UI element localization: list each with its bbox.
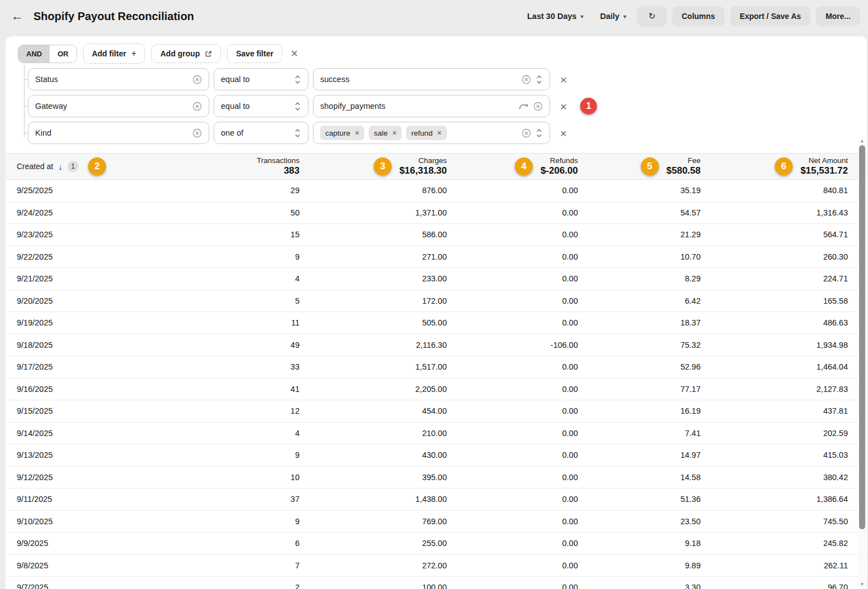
clear-value-icon[interactable] bbox=[533, 102, 543, 111]
annotation-badge-4: 4 bbox=[515, 157, 533, 175]
save-filter-button[interactable]: Save filter bbox=[227, 44, 282, 63]
kind-chip[interactable]: refund × bbox=[406, 126, 446, 140]
redo-icon[interactable] bbox=[518, 102, 529, 110]
cell-refunds: 0.00 bbox=[447, 208, 578, 217]
add-filter-label: Add filter bbox=[92, 49, 126, 58]
vertical-scrollbar[interactable]: ▲ ▼ bbox=[858, 137, 866, 589]
cell-fee: 16.19 bbox=[578, 406, 701, 415]
columns-button[interactable]: Columns bbox=[672, 6, 725, 26]
cell-refunds: -106.00 bbox=[447, 341, 578, 349]
clear-filters-icon[interactable]: × bbox=[291, 47, 298, 60]
table-row[interactable]: 9/22/2025 9 271.00 0.00 10.70 260.30 bbox=[6, 246, 867, 269]
add-group-button[interactable]: Add group bbox=[151, 44, 221, 63]
kind-chip[interactable]: capture × bbox=[320, 126, 364, 140]
export-save-as-button[interactable]: Export / Save As bbox=[730, 6, 811, 26]
value-label: shopify_payments bbox=[320, 102, 514, 111]
column-total: $580.58 bbox=[667, 165, 701, 176]
table-row[interactable]: 9/21/2025 4 233.00 0.00 8.29 224.71 bbox=[6, 268, 867, 290]
cell-transactions: 5 bbox=[162, 296, 300, 305]
cell-date: 9/23/2025 bbox=[6, 230, 162, 239]
table-row[interactable]: 9/12/2025 10 395.00 0.00 14.58 380.42 bbox=[6, 467, 867, 489]
logic-or-toggle[interactable]: OR bbox=[50, 45, 76, 63]
column-header-created-at[interactable]: Created at ↓ 1 2 bbox=[6, 157, 162, 175]
cell-charges: 255.00 bbox=[300, 539, 447, 548]
table-row[interactable]: 9/17/2025 33 1,517.00 0.00 52.96 1,464.0… bbox=[6, 356, 867, 379]
field-select[interactable]: Gateway bbox=[28, 95, 209, 117]
cell-transactions: 12 bbox=[162, 406, 300, 415]
scroll-down-icon[interactable]: ▼ bbox=[858, 582, 866, 587]
more-button[interactable]: More... bbox=[816, 6, 860, 26]
column-header-fee[interactable]: 5 Fee $580.58 bbox=[578, 156, 701, 176]
value-input[interactable]: shopify_payments bbox=[313, 95, 550, 117]
value-select[interactable]: success bbox=[313, 68, 550, 90]
operator-select[interactable]: one of bbox=[214, 122, 308, 144]
date-range-dropdown[interactable]: Last 30 Days ▾ bbox=[522, 8, 589, 24]
scroll-up-icon[interactable]: ▲ bbox=[858, 138, 866, 143]
back-arrow-icon[interactable]: ← bbox=[8, 10, 27, 22]
cell-transactions: 6 bbox=[162, 539, 300, 548]
chip-remove-icon[interactable]: × bbox=[392, 128, 397, 137]
field-select[interactable]: Status bbox=[28, 68, 209, 90]
cell-refunds: 0.00 bbox=[447, 252, 578, 261]
cell-refunds: 0.00 bbox=[447, 406, 578, 415]
up-down-chevrons-icon bbox=[536, 75, 543, 84]
cell-refunds: 0.00 bbox=[447, 318, 578, 327]
field-select[interactable]: Kind bbox=[28, 122, 209, 144]
cell-charges: 1,517.00 bbox=[300, 362, 447, 371]
table-row[interactable]: 9/20/2025 5 172.00 0.00 6.42 165.58 bbox=[6, 290, 867, 313]
remove-filter-icon[interactable]: × bbox=[560, 74, 567, 85]
cell-fee: 7.41 bbox=[578, 429, 701, 438]
clear-value-icon[interactable] bbox=[522, 128, 531, 138]
table-row[interactable]: 9/9/2025 6 255.00 0.00 9.18 245.82 bbox=[6, 533, 867, 555]
remove-filter-icon[interactable]: × bbox=[560, 127, 567, 139]
cell-date: 9/14/2025 bbox=[6, 429, 162, 438]
refresh-button[interactable]: ↻ bbox=[637, 6, 667, 27]
table-row[interactable]: 9/10/2025 9 769.00 0.00 23.50 745.50 bbox=[6, 511, 867, 533]
table-row[interactable]: 9/11/2025 37 1,438.00 0.00 51.36 1,386.6… bbox=[6, 489, 867, 511]
report-card: AND OR Add filter + Add group Save filte… bbox=[6, 36, 867, 589]
field-label: Gateway bbox=[35, 102, 188, 111]
clear-field-icon[interactable] bbox=[192, 128, 202, 138]
value-multiselect[interactable]: capture × sale × refund × bbox=[313, 122, 550, 144]
granularity-dropdown[interactable]: Daily ▾ bbox=[595, 8, 632, 24]
table-row[interactable]: 9/16/2025 41 2,205.00 0.00 77.17 2,127.8… bbox=[6, 379, 867, 401]
table-row[interactable]: 9/8/2025 7 272.00 0.00 9.89 262.11 bbox=[6, 555, 867, 577]
operator-select[interactable]: equal to bbox=[214, 95, 308, 117]
cell-charges: 2,116.30 bbox=[300, 341, 447, 349]
table-row[interactable]: 9/13/2025 9 430.00 0.00 14.97 415.03 bbox=[6, 444, 867, 467]
table-row[interactable]: 9/19/2025 11 505.00 0.00 18.37 486.63 bbox=[6, 312, 867, 334]
plus-icon: + bbox=[131, 49, 136, 59]
column-header-charges[interactable]: 3 Charges $16,318.30 bbox=[300, 156, 447, 176]
chip-remove-icon[interactable]: × bbox=[437, 128, 441, 137]
table-row[interactable]: 9/24/2025 50 1,371.00 0.00 54.57 1,316.4… bbox=[6, 202, 867, 224]
table-row[interactable]: 9/15/2025 12 454.00 0.00 16.19 437.81 bbox=[6, 400, 867, 423]
column-header-net-amount[interactable]: 6 Net Amount $15,531.72 bbox=[701, 156, 848, 176]
column-header-refunds[interactable]: 4 Refunds $-206.00 bbox=[447, 156, 578, 176]
cell-charges: 100.00 bbox=[300, 583, 447, 589]
table-row[interactable]: 9/25/2025 29 876.00 0.00 35.19 840.81 bbox=[6, 180, 867, 202]
cell-fee: 18.37 bbox=[578, 318, 701, 327]
logic-and-toggle[interactable]: AND bbox=[18, 45, 50, 63]
operator-select[interactable]: equal to bbox=[214, 68, 308, 90]
remove-filter-icon[interactable]: × bbox=[560, 100, 567, 112]
table-body: 9/25/2025 29 876.00 0.00 35.19 840.81 9/… bbox=[6, 180, 867, 589]
cell-date: 9/18/2025 bbox=[6, 341, 162, 349]
table-row[interactable]: 9/23/2025 15 586.00 0.00 21.29 564.71 bbox=[6, 224, 867, 246]
add-filter-button[interactable]: Add filter + bbox=[83, 44, 146, 64]
chip-remove-icon[interactable]: × bbox=[355, 128, 359, 137]
scrollbar-thumb[interactable] bbox=[859, 145, 865, 529]
clear-field-icon[interactable] bbox=[192, 102, 202, 111]
clear-field-icon[interactable] bbox=[192, 75, 202, 84]
table-row[interactable]: 9/7/2025 2 100.00 0.00 3.30 96.70 bbox=[6, 577, 867, 589]
page-title: Shopify Payout Reconciliation bbox=[33, 10, 194, 23]
column-header-transactions[interactable]: Transactions 383 bbox=[162, 156, 300, 176]
cell-transactions: 15 bbox=[162, 230, 300, 239]
table-row[interactable]: 9/14/2025 4 210.00 0.00 7.41 202.59 bbox=[6, 423, 867, 445]
table-row[interactable]: 9/18/2025 49 2,116.30 -106.00 75.32 1,93… bbox=[6, 334, 867, 357]
cell-net-amount: 437.81 bbox=[701, 406, 848, 415]
kind-chip[interactable]: sale × bbox=[369, 126, 402, 140]
cell-date: 9/11/2025 bbox=[6, 495, 162, 504]
clear-value-icon[interactable] bbox=[522, 75, 531, 84]
cell-transactions: 2 bbox=[162, 583, 300, 589]
cell-charges: 272.00 bbox=[300, 561, 447, 570]
